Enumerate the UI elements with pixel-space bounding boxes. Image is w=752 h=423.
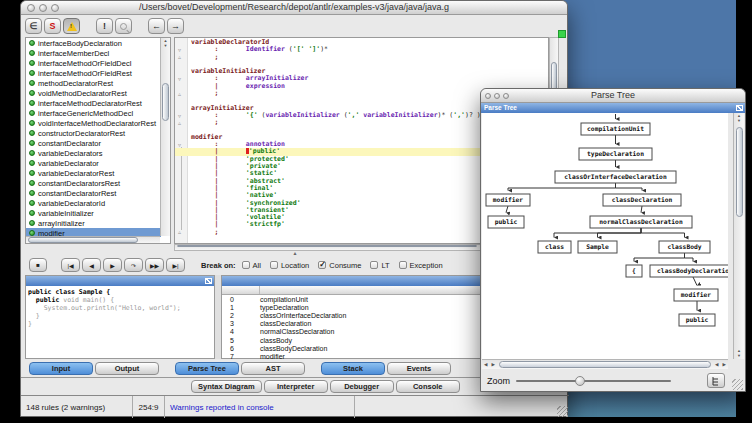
code-line[interactable]: ; [191,54,548,61]
tree-node[interactable]: classBody [659,241,710,253]
scroll-thumb[interactable] [499,361,711,368]
column-number[interactable] [222,286,260,294]
tab-stack[interactable]: Stack [321,362,385,375]
scroll-down-icon[interactable]: ▼ [734,354,744,358]
fold-open-icon[interactable]: ▿ [178,76,181,82]
fold-open-icon[interactable]: ▿ [178,113,181,119]
tree-node[interactable]: normalClassDeclaration [590,216,692,228]
parse-tree-canvas[interactable]: compilationUnittypeDeclarationclassOrInt… [482,113,728,359]
tree-node[interactable]: public [488,216,524,228]
step-forward-button[interactable]: ▶ [103,258,122,272]
goto-end-button[interactable]: ▶| [166,258,185,272]
expand-tree-button[interactable] [707,373,725,388]
tree-node[interactable]: classOrInterfaceDeclaration [555,171,676,183]
tree-node[interactable]: { [626,265,642,277]
warnings-button[interactable] [63,18,80,34]
rule-item[interactable]: constantDeclaratorsRest [26,178,161,188]
tree-node[interactable]: public [679,314,715,326]
scroll-left-icon[interactable]: ◀ [713,362,720,367]
scroll-down-icon[interactable]: ▼ [734,119,744,123]
find-button[interactable] [115,18,132,34]
scroll-down-icon[interactable]: ▼ [161,44,170,48]
detach-icon[interactable] [205,278,212,284]
zoom-slider-thumb[interactable] [575,376,585,386]
rule-item[interactable]: interfaceBodyDeclaration [26,38,161,48]
tab-input[interactable]: Input [29,362,93,375]
rule-item[interactable]: voidMethodDeclaratorRest [26,88,161,98]
rule-item[interactable]: interfaceMethodOrFieldDecl [26,58,161,68]
tree-node[interactable]: Sample [578,241,617,253]
tree-node[interactable]: typeDeclaration [579,148,652,160]
main-titlebar[interactable]: /Users/bovet/Development/Research/depot/… [21,1,567,15]
rule-item[interactable]: interfaceMethodDeclaratorRest [26,98,161,108]
rules-vscrollbar[interactable]: ▲ ▼ [160,38,170,236]
scroll-right-icon[interactable]: ▶ [721,362,728,367]
zoom-slider[interactable] [516,380,671,382]
scroll-thumb[interactable] [28,237,138,243]
tree-node[interactable]: compilationUnit [581,123,650,135]
rules-hscrollbar[interactable] [26,236,160,243]
rule-item[interactable]: interfaceMemberDecl [26,48,161,58]
parse-tree-hscrollbar[interactable]: ◀ ▶ ◀ ▶ [482,359,728,369]
tree-node[interactable]: classBodyDeclaration [650,265,728,277]
rule-item[interactable]: variableDeclarators [26,148,161,158]
coloring-button[interactable]: ∈ [25,18,42,34]
scroll-right-icon[interactable]: ▶ [489,362,496,367]
back-button[interactable]: ← [148,18,165,34]
goto-start-button[interactable]: |◀ [61,258,80,272]
rule-item[interactable]: variableDeclaratorRest [26,168,161,178]
scroll-thumb[interactable] [162,83,169,121]
rule-item[interactable]: interfaceMethodOrFieldRest [26,68,161,78]
fold-close-icon[interactable]: ▵ [178,120,181,126]
tab-events[interactable]: Events [387,362,451,375]
tree-node[interactable]: classDeclaration [603,194,681,206]
scroll-left-icon[interactable]: ◀ [482,362,489,367]
forward-button[interactable]: → [167,18,184,34]
detach-icon[interactable] [736,105,743,111]
input-text[interactable]: public class Sample { public void main()… [28,288,181,328]
tree-node[interactable]: modifier [674,289,718,301]
step-back-button[interactable]: ◀ [82,258,101,272]
syntax-button[interactable]: S [44,18,61,34]
rule-item[interactable]: constantDeclaratorRest [26,188,161,198]
fast-forward-button[interactable]: ▶▶ [145,258,164,272]
rule-item[interactable]: voidInterfaceMethodDeclaratorRest [26,118,161,128]
code-line[interactable]: : Identifier ('[' ']')* [191,46,548,53]
resize-grip[interactable] [732,379,743,390]
tab-syntax-diagram[interactable]: Syntax Diagram [191,380,262,393]
checkbox[interactable] [370,261,378,269]
tree-node[interactable]: modifier [486,194,530,206]
rule-item[interactable]: arrayInitializer [26,218,161,228]
rule-item[interactable]: constantDeclarator [26,138,161,148]
status-message[interactable]: Warnings reported in console [165,396,355,418]
scroll-thumb[interactable] [736,127,743,217]
tab-console[interactable]: Console [396,380,460,393]
tab-debugger[interactable]: Debugger [330,380,394,393]
tab-ast[interactable]: AST [241,362,305,375]
rule-item[interactable]: variableDeclarator [26,158,161,168]
fold-close-icon[interactable]: ▵ [178,54,181,60]
fold-open-icon[interactable]: ▿ [178,47,181,53]
parse-tree-titlebar[interactable]: Parse Tree [481,89,745,103]
parse-tree-vscrollbar[interactable]: ▲ ▼ ▲ ▼ [733,113,744,359]
rule-item[interactable]: methodDeclaratorRest [26,78,161,88]
stop-button[interactable]: ■ [29,258,47,272]
checkbox[interactable] [318,261,326,269]
tab-interpreter[interactable]: Interpreter [264,380,328,393]
fold-close-icon[interactable]: ▵ [178,229,181,235]
tree-node[interactable]: class [538,241,571,253]
scroll-thumb[interactable] [177,245,477,247]
rule-item[interactable]: constructorDeclaratorRest [26,128,161,138]
fold-close-icon[interactable]: ▵ [178,91,181,97]
tab-parse-tree[interactable]: Parse Tree [175,362,239,375]
tab-output[interactable]: Output [95,362,159,375]
checkbox[interactable] [270,261,278,269]
rule-item[interactable]: interfaceGenericMethodDecl [26,108,161,118]
checkbox[interactable] [242,261,250,269]
rule-item[interactable]: variableDeclaratorId [26,198,161,208]
report-button[interactable]: ! [96,18,113,34]
editor-gutter[interactable]: ▿▵▿▵▿▵▿▵ [175,38,188,243]
resize-grip[interactable] [557,406,568,417]
checkbox[interactable] [399,261,407,269]
step-over-button[interactable]: ↷ [124,258,143,272]
